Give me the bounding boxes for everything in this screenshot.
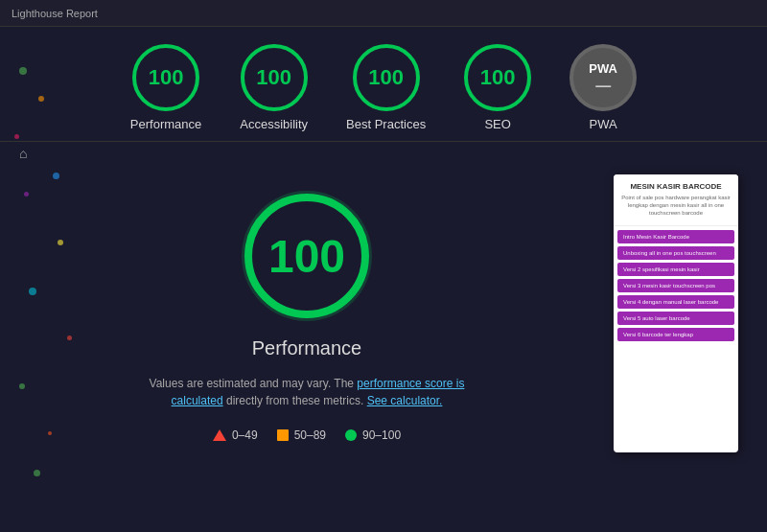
- home-icon: ⌂: [19, 146, 27, 161]
- description-pre: Values are estimated and may vary. The: [150, 377, 358, 390]
- calculator-link[interactable]: See calculator.: [367, 394, 443, 407]
- score-value-performance: 100: [149, 65, 184, 90]
- top-bar: Lighthouse Report: [0, 0, 767, 27]
- phone-menu-item-5: Versi 5 auto laser barcode: [617, 312, 734, 325]
- score-label-seo: SEO: [484, 117, 510, 131]
- score-item-accessibility: 100 Accessibility: [240, 44, 308, 131]
- legend-dot-green: [345, 429, 357, 441]
- score-value-accessibility: 100: [256, 65, 291, 90]
- phone-mockup: MESIN KASIR BARCODE Point of sale pos ha…: [614, 174, 738, 452]
- legend-range-orange: 50–89: [294, 428, 326, 442]
- phone-menu-item-3: Versi 3 mesin kasir touchscreen pos: [617, 279, 734, 292]
- score-item-best-practices: 100 Best Practices: [346, 44, 426, 131]
- score-circle-seo: 100: [464, 44, 531, 111]
- score-label-performance: Performance: [130, 117, 201, 131]
- score-value-pwa: PWA: [589, 61, 617, 76]
- legend-row: 0–49 50–89 90–100: [213, 428, 401, 442]
- score-circle-performance: 100: [132, 44, 199, 111]
- phone-header: MESIN KASIR BARCODE Point of sale pos ha…: [614, 174, 738, 226]
- score-circle-accessibility: 100: [241, 44, 308, 111]
- phone-menu-item-6: Versi 6 barcode ter lengkap: [617, 328, 734, 341]
- phone-subtitle: Point of sale pos hardware perangkat kas…: [621, 195, 731, 217]
- phone-title: MESIN KASIR BARCODE: [621, 182, 731, 192]
- big-score-value: 100: [268, 230, 345, 283]
- scores-section: 100 Performance 100 Accessibility 100 Be…: [0, 27, 767, 142]
- top-bar-title: Lighthouse Report: [12, 8, 98, 19]
- score-value-seo: 100: [480, 65, 516, 90]
- score-item-pwa: PWA — PWA: [569, 44, 637, 131]
- phone-menu-item-4: Versi 4 dengan manual laser barcode: [617, 295, 734, 309]
- icon-row: ⌂: [0, 142, 767, 165]
- phone-menu: Intro Mesin Kasir Barcode Unboxing all i…: [614, 226, 738, 345]
- legend-item-orange: 50–89: [277, 428, 326, 442]
- description-mid: directly from these metrics.: [223, 394, 367, 407]
- score-label-best-practices: Best Practices: [346, 117, 426, 131]
- legend-dot-orange: [277, 429, 289, 441]
- big-score-label: Performance: [252, 337, 362, 359]
- phone-menu-item-1: Unboxing all in one pos touchscreen: [617, 246, 734, 260]
- legend-range-green: 90–100: [362, 428, 401, 442]
- score-circle-pwa: PWA —: [569, 44, 637, 111]
- right-panel: MESIN KASIR BARCODE Point of sale pos ha…: [614, 174, 748, 452]
- left-panel: 100 Performance Values are estimated and…: [19, 174, 594, 452]
- score-label-accessibility: Accessibility: [240, 117, 308, 131]
- score-value-best-practices: 100: [368, 65, 404, 90]
- phone-menu-item-2: Versi 2 spesifikasi mesin kasir: [617, 263, 734, 276]
- description-text: Values are estimated and may vary. The p…: [125, 375, 489, 409]
- score-circle-best-practices: 100: [353, 44, 420, 111]
- legend-item-red: 0–49: [213, 428, 258, 442]
- main-content: 100 Performance Values are estimated and…: [0, 165, 767, 462]
- legend-item-green: 90–100: [345, 428, 401, 442]
- score-item-performance: 100 Performance: [130, 44, 201, 131]
- big-score-circle: 100: [244, 194, 369, 318]
- legend-range-red: 0–49: [232, 428, 258, 442]
- phone-menu-item-0: Intro Mesin Kasir Barcode: [617, 230, 734, 243]
- score-label-pwa: PWA: [590, 117, 617, 131]
- score-item-seo: 100 SEO: [464, 44, 531, 131]
- legend-dot-red: [213, 429, 226, 441]
